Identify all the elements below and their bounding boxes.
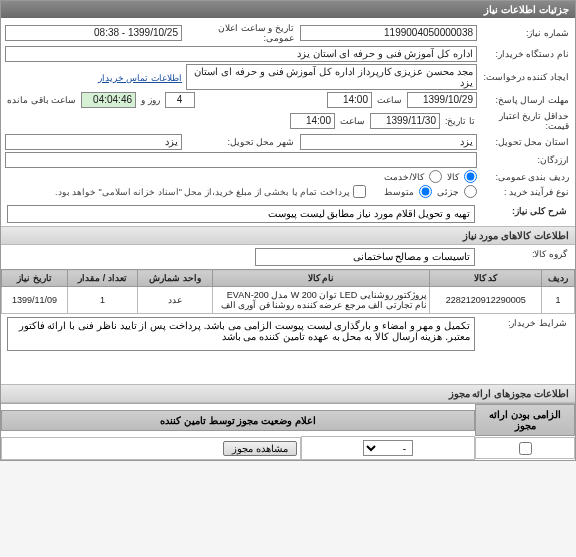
cell-date: 1399/11/09 [2, 287, 68, 314]
lbl-suppliers: ارزدگان: [481, 154, 571, 166]
lbl-time-left: ساعت باقی مانده [5, 94, 78, 106]
lbl-hour-1: ساعت [375, 94, 404, 106]
lbl-goods-group: گروه کالا: [479, 248, 569, 260]
auth-mandatory-head: الزامی بودن ارائه مجوز [475, 404, 575, 436]
lbl-medium: متوسط [382, 186, 416, 198]
cell-idx: 1 [542, 287, 575, 314]
val-buyer-org: اداره کل آموزش فنی و حرفه ای استان یزد [5, 46, 477, 62]
lbl-day-and: روز و [139, 94, 162, 106]
lbl-buyer-org: نام دستگاه خریدار: [481, 48, 571, 60]
val-delivery-city: یزد [5, 134, 182, 150]
val-need-no: 1199004050000038 [300, 25, 477, 41]
chk-treasury[interactable] [353, 185, 366, 198]
th-date: تاریخ نیاز [2, 270, 68, 287]
goods-group-row: گروه کالا: تاسیسات و مصالح ساختمانی [1, 245, 575, 269]
radio-medium[interactable] [419, 185, 432, 198]
th-idx: ردیف [542, 270, 575, 287]
val-delivery-prov: یزد [300, 134, 477, 150]
auth-footer: الزامی بودن ارائه مجوز اعلام وضعیت مجوز … [1, 403, 575, 460]
lbl-buyer-conditions: شرایط خریدار: [479, 317, 569, 329]
auth-mandatory-cell [475, 437, 575, 459]
lbl-announce-dt: تاریخ و ساعت اعلان عمومی: [186, 22, 296, 44]
val-countdown-days: 4 [165, 92, 195, 108]
lbl-goods: کالا [445, 171, 461, 183]
val-deadline-date: 1399/10/29 [407, 92, 477, 108]
form-grid: شماره نیاز: 1199004050000038 تاریخ و ساع… [1, 18, 575, 202]
auth-announce-head: اعلام وضعیت مجوز توسط تامین کننده [1, 410, 475, 431]
lbl-budget-row: ردیف بندی عمومی: [481, 171, 571, 183]
buyer-conditions-row: شرایط خریدار: تکمیل و مهر و امضاء و بارگ… [1, 314, 575, 354]
radio-service[interactable] [429, 170, 442, 183]
need-details-panel: جزئیات اطلاعات نیاز شماره نیاز: 11990040… [0, 0, 576, 461]
contact-link[interactable]: اطلاعات تماس خریدار [98, 73, 182, 83]
lbl-price-valid: حداقل تاریخ اعتبار قیمت: [481, 110, 571, 132]
lbl-requester: ایجاد کننده درخواست: [481, 71, 571, 83]
purchase-type-row: جزئی متوسط پرداخت تمام یا بخشی از مبلغ خ… [5, 185, 477, 198]
lbl-service: کالا/خدمت [382, 171, 426, 183]
auth-select-cell: - [301, 436, 475, 460]
lbl-deadline: مهلت ارسال پاسخ: [481, 94, 571, 106]
val-suppliers [5, 152, 477, 168]
items-section-head: اطلاعات کالاهای مورد نیاز [1, 226, 575, 245]
chk-mandatory[interactable] [519, 442, 532, 455]
need-desc-row: شرح کلی نیاز: تهیه و تحویل اقلام مورد نی… [1, 202, 575, 226]
val-announce-dt: 1399/10/25 - 08:38 [5, 25, 182, 41]
items-header-row: ردیف کد کالا نام کالا واحد شمارش تعداد /… [2, 270, 575, 287]
auth-select[interactable]: - [363, 440, 413, 456]
goods-service-radios: کالا کالا/خدمت [5, 170, 477, 183]
val-deadline-time: 14:00 [327, 92, 372, 108]
val-price-valid-date: 1399/11/30 [370, 113, 440, 129]
lbl-need-desc: شرح کلی نیاز: [479, 205, 569, 217]
lbl-small: جزئی [435, 186, 461, 198]
auth-section-head: اطلاعات مجوزهای ارائه مجوز [1, 384, 575, 403]
val-need-desc: تهیه و تحویل اقلام مورد نیاز مطابق لیست … [7, 205, 475, 223]
table-row: 1 2282120912290005 پروژکتور روشنایی LED … [2, 287, 575, 314]
radio-small[interactable] [464, 185, 477, 198]
auth-button-cell: مشاهده مجوز [1, 437, 301, 460]
cell-name: پروژکتور روشنایی LED توان W 200 مدل EVAN… [212, 287, 430, 314]
view-license-button[interactable]: مشاهده مجوز [223, 441, 297, 456]
lbl-purchase-type: نوع فرآیند خرید : [481, 186, 571, 198]
lbl-delivery-city: شهر محل تحویل: [186, 136, 296, 148]
lbl-hour-2: ساعت [338, 115, 367, 127]
val-countdown-time: 04:04:46 [81, 92, 136, 108]
lbl-delivery-prov: استان محل تحویل: [481, 136, 571, 148]
val-buyer-conditions: تکمیل و مهر و امضاء و بارگذاری لیست پیوس… [7, 317, 475, 351]
radio-goods[interactable] [464, 170, 477, 183]
th-qty: تعداد / مقدار [67, 270, 137, 287]
cell-unit: عدد [138, 287, 212, 314]
pay-note: پرداخت تمام یا بخشی از مبلغ خرید،از محل … [55, 187, 350, 197]
lbl-need-no: شماره نیاز: [481, 27, 571, 39]
val-requester: مجد محسن عزیزی کارپرداز اداره کل آموزش ف… [186, 64, 477, 90]
panel-title: جزئیات اطلاعات نیاز [1, 1, 575, 18]
th-name: نام کالا [212, 270, 430, 287]
th-unit: واحد شمارش [138, 270, 212, 287]
items-table: ردیف کد کالا نام کالا واحد شمارش تعداد /… [1, 269, 575, 314]
cell-code: 2282120912290005 [430, 287, 542, 314]
val-goods-group: تاسیسات و مصالح ساختمانی [255, 248, 475, 266]
val-price-valid-time: 14:00 [290, 113, 335, 129]
th-code: کد کالا [430, 270, 542, 287]
lbl-until: تا تاریخ: [443, 115, 477, 127]
cell-qty: 1 [67, 287, 137, 314]
